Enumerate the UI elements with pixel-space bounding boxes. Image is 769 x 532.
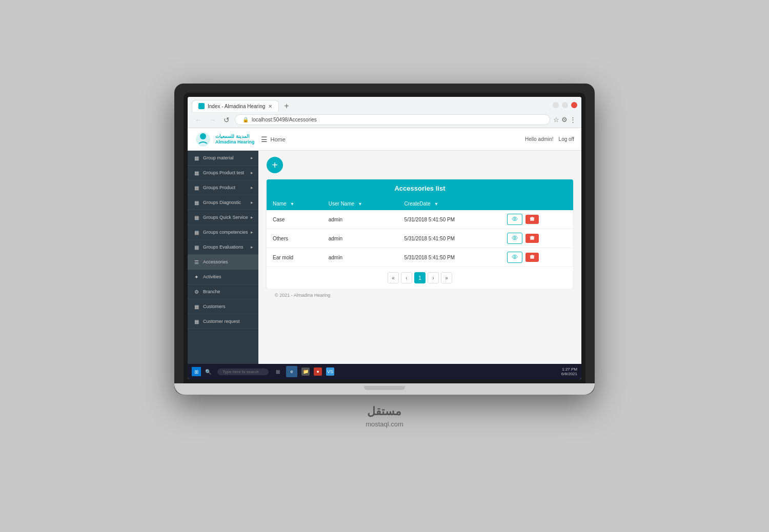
tab-title: Index - Almadina Hearing [208, 104, 265, 109]
edge-icon[interactable]: e [286, 366, 297, 377]
cell-name: Others [267, 229, 322, 248]
eye-icon [512, 254, 518, 260]
sidebar-item-group-material[interactable]: ▦ Group material ▸ [188, 151, 258, 166]
svg-rect-9 [530, 237, 535, 237]
pagination: « ‹ 1 › » [267, 267, 573, 289]
logoff-link[interactable]: Log off [559, 136, 574, 142]
trash-icon [530, 235, 535, 240]
next-page-btn[interactable]: › [428, 272, 439, 283]
col-name-header[interactable]: Name ▼ [267, 197, 322, 210]
cortana-icon[interactable]: 🔍 [204, 367, 212, 376]
name-filter-icon[interactable]: ▼ [290, 201, 294, 207]
view-button[interactable] [507, 252, 522, 263]
add-button[interactable]: + [267, 157, 283, 173]
delete-button[interactable] [525, 253, 539, 262]
accessories-icon: ☰ [193, 258, 200, 265]
view-button[interactable] [507, 233, 522, 244]
col-username-header[interactable]: User Name ▼ [322, 197, 398, 210]
username-filter-icon[interactable]: ▼ [358, 201, 362, 207]
toolbar-icons: ☆ ⚙ ⋮ [553, 116, 576, 124]
cell-username: admin [322, 248, 398, 267]
taskbar-search-input[interactable] [217, 369, 269, 375]
sidebar: ▦ Group material ▸ ▦ Groups Product test… [188, 151, 258, 364]
url-text: localhost:50498/Accessories [252, 117, 317, 122]
app-header: المدينة للسمعيات Almadina Hearing ☰ Home… [188, 128, 581, 151]
start-button[interactable]: ⊞ [192, 367, 201, 376]
prev-page-btn[interactable]: ‹ [401, 272, 412, 283]
sidebar-item-label: Customers [203, 304, 253, 309]
groups-product-test-icon: ▦ [193, 169, 200, 176]
page-1-btn[interactable]: 1 [414, 272, 426, 283]
minimize-btn[interactable] [553, 102, 559, 108]
extension-icon[interactable]: ⚙ [561, 116, 568, 124]
trash-icon [530, 216, 535, 221]
laptop-base [174, 383, 595, 395]
col-createdate-header[interactable]: CreateDate ▼ [398, 197, 501, 210]
sidebar-item-groups-quick-service[interactable]: ▦ Groups Quick Service ▸ [188, 210, 258, 225]
vs-icon[interactable]: VS [326, 367, 334, 376]
table-row: Ear mold admin 5/31/2018 5:41:50 PM [267, 248, 573, 267]
sidebar-item-groups-competencies[interactable]: ▦ Groups competencies ▸ [188, 225, 258, 240]
chevron-icon: ▸ [251, 215, 253, 220]
home-nav-link[interactable]: Home [271, 136, 286, 142]
new-tab-button[interactable]: + [281, 102, 292, 110]
svg-rect-5 [530, 218, 535, 218]
sidebar-item-customers[interactable]: ▦ Customers [188, 299, 258, 314]
sidebar-item-customer-request[interactable]: ▦ Customer request [188, 314, 258, 329]
mostaql-url: mostaql.com [366, 420, 403, 428]
cell-createdate: 5/31/2018 5:41:50 PM [398, 248, 501, 267]
sidebar-item-groups-evaluations[interactable]: ▦ Groups Evaluations ▸ [188, 240, 258, 255]
address-bar[interactable]: 🔒 localhost:50498/Accessories [235, 114, 550, 125]
svg-rect-13 [530, 256, 535, 256]
footer-text: © 2021 - Almadina Hearing [275, 293, 330, 298]
delete-button[interactable] [525, 215, 539, 224]
customer-request-icon: ▦ [193, 318, 200, 325]
delete-button[interactable] [525, 234, 539, 243]
sidebar-item-branche[interactable]: ⚙ Branche [188, 284, 258, 299]
last-page-btn[interactable]: » [441, 272, 452, 283]
sidebar-item-groups-product-test[interactable]: ▦ Groups Product test ▸ [188, 166, 258, 180]
chevron-icon: ▸ [251, 170, 253, 175]
back-button[interactable]: ← [193, 115, 204, 125]
sidebar-item-groups-product[interactable]: ▦ Groups Product ▸ [188, 180, 258, 195]
menu-icon[interactable]: ⋮ [570, 116, 576, 124]
table-body: Case admin 5/31/2018 5:41:50 PM [267, 210, 573, 267]
customers-icon: ▦ [193, 303, 200, 310]
chrome-icon[interactable]: ● [314, 367, 322, 376]
forward-button[interactable]: → [207, 115, 218, 125]
maximize-btn[interactable] [562, 102, 568, 108]
sidebar-item-label: Groups Evaluations [203, 244, 251, 250]
refresh-button[interactable]: ↺ [221, 115, 232, 125]
close-btn[interactable] [571, 102, 577, 108]
sidebar-item-label: Groups Product [203, 185, 251, 190]
sidebar-item-activities[interactable]: ✦ Activities [188, 270, 258, 284]
group-material-icon: ▦ [193, 154, 200, 161]
star-icon[interactable]: ☆ [553, 116, 559, 124]
main-content: + Accessories list Name ▼ [258, 151, 581, 364]
groups-evaluations-icon: ▦ [193, 243, 200, 251]
browser-toolbar: ← → ↺ 🔒 localhost:50498/Accessories ☆ ⚙ … [188, 112, 581, 128]
cell-name: Ear mold [267, 248, 322, 267]
taskview-icon[interactable]: ⊞ [274, 367, 282, 376]
hamburger-button[interactable]: ☰ [261, 135, 268, 144]
sidebar-item-label: Accessories [203, 259, 253, 264]
taskbar-time: 1:27 PM 6/8/2021 [561, 367, 577, 376]
svg-point-6 [514, 237, 516, 239]
first-page-btn[interactable]: « [388, 272, 399, 283]
col-actions-header [501, 197, 573, 210]
chevron-icon: ▸ [251, 185, 253, 190]
sidebar-item-groups-diagnostic[interactable]: ▦ Groups Diagnostic ▸ [188, 195, 258, 210]
lock-icon: 🔒 [242, 117, 249, 122]
file-explorer-icon[interactable]: 📁 [301, 367, 310, 376]
view-button[interactable] [507, 214, 522, 225]
createdate-filter-icon[interactable]: ▼ [434, 201, 439, 207]
groups-competencies-icon: ▦ [193, 229, 200, 236]
sidebar-item-label: Group material [203, 155, 251, 160]
tab-close-btn[interactable]: ✕ [268, 104, 272, 109]
svg-point-1 [200, 133, 206, 139]
chevron-icon: ▸ [251, 244, 253, 250]
mostaql-brand: مستقل mostaql.com [366, 405, 403, 428]
app-footer: © 2021 - Almadina Hearing [267, 289, 573, 302]
window-controls [553, 102, 577, 110]
sidebar-item-accessories[interactable]: ☰ Accessories [188, 255, 258, 270]
